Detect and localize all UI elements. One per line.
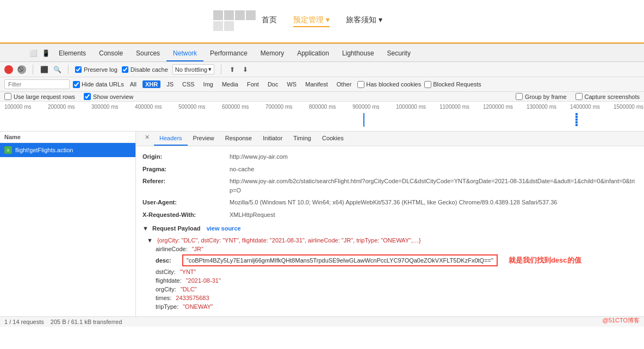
payload-airline-row: airlineCode: "JR" [147,245,633,253]
filter-manifest-btn[interactable]: Manifest [302,80,331,88]
filter-ws-btn[interactable]: WS [284,80,299,88]
options-row: Use large request rows Show overview Gro… [0,92,644,102]
header-value-referer: http://www.joy-air.com/b2c/static/search… [230,177,637,195]
large-rows-checkbox[interactable]: Use large request rows [4,93,75,100]
tab-security[interactable]: Security [381,46,417,61]
request-count: 1 / 14 requests [4,319,44,325]
view-source-link[interactable]: view source [207,225,241,232]
header-name-useragent: User-Agent: [143,198,230,207]
header-row-useragent: User-Agent: Mozilla/5.0 (Windows NT 10.0… [143,196,637,209]
annotation-desc: 就是我们找到desc的值 [509,255,581,265]
filter-all-btn[interactable]: All [127,80,139,88]
timeline-mark-11: 1200000 ms [483,104,527,110]
filter-input[interactable] [4,79,70,89]
tab-memory[interactable]: Memory [254,46,290,61]
filter-xhr-btn[interactable]: XHR [143,80,160,88]
header-value-x-requested: XMLHttpRequest [230,210,275,220]
hide-data-urls-checkbox[interactable]: Hide data URLs [73,81,124,88]
payload-value-orgcity: "DLC" [181,286,197,292]
options-left: Use large request rows Show overview [4,93,133,100]
clear-button[interactable]: ⃠ [17,65,26,74]
filter-font-btn[interactable]: Font [244,80,262,88]
timeline-bar [4,112,640,128]
website-nav: 首页 预定管理 ▾ 旅客须知 ▾ [262,15,382,27]
website-logo [213,10,278,32]
timeline-mark-4: 500000 ms [178,104,222,110]
main-content: Name X flight!getFlights.action ✕ Header… [0,132,644,316]
details-tab-initiator[interactable]: Initiator [257,132,288,146]
show-overview-checkbox[interactable]: Show overview [84,93,133,100]
payload-value-dstcity: "YNT" [180,269,196,275]
payload-key-triptype: tripType: [147,303,178,310]
filter-doc-btn[interactable]: Doc [265,80,281,88]
tab-application[interactable]: Application [290,46,336,61]
payload-key-dstcity: dstCity: [147,269,176,275]
svg-rect-1 [224,10,234,20]
header-value-useragent: Mozilla/5.0 (Windows NT 10.0; Win64; x64… [230,198,557,207]
payload-key-desc: desc: [147,257,171,264]
inspect-icon[interactable]: ⬜ [27,46,40,61]
filter-js-btn[interactable]: JS [164,80,176,88]
svg-rect-0 [213,10,223,20]
header-name-x-requested: X-Requested-With: [143,210,230,220]
blocked-requests-checkbox[interactable]: Blocked Requests [424,81,481,88]
details-tab-bar: ✕ Headers Preview Response Initiator Tim… [136,132,644,146]
svg-rect-5 [224,21,234,31]
tab-console[interactable]: Console [92,46,129,61]
capture-screenshots-checkbox[interactable]: Capture screenshots [575,93,640,100]
nav-passenger[interactable]: 旅客须知 ▾ [346,15,382,27]
payload-times-row: times: 2433575683 [147,294,633,302]
svg-rect-3 [246,10,256,20]
filter-other-btn[interactable]: Other [334,80,355,88]
timeline-mark-13: 1400000 ms [570,104,614,110]
file-list: Name X flight!getFlights.action [0,132,136,316]
payload-root-value: {orgCity: "DLC", dstCity: "YNT", flightd… [157,237,421,244]
tab-lighthouse[interactable]: Lighthouse [336,46,381,61]
throttling-select[interactable]: No throttling ▾ [172,64,214,74]
group-by-frame-checkbox[interactable]: Group by frame [516,93,566,100]
import-icon[interactable]: ⬆ [228,65,237,74]
request-payload-title[interactable]: ▼ Request Payload view source [143,225,637,232]
payload-key-times: times: [147,295,171,301]
payload-value-desc-highlighted: "coBPtm4BZy5Ly7E1arnlj66gmMIfkQHt8Mans5T… [182,254,498,266]
stop-recording-button[interactable] [4,65,13,74]
preserve-log-checkbox[interactable]: Preserve log [75,66,117,73]
payload-triptype-row: tripType: "ONEWAY" [147,302,633,311]
file-list-header: Name [0,132,135,143]
payload-key-airline: airlineCode: [147,246,188,252]
list-item[interactable]: X flight!getFlights.action [0,143,135,157]
details-tab-headers[interactable]: Headers [154,132,188,146]
nav-booking[interactable]: 预定管理 ▾ [293,15,330,27]
tab-sources[interactable]: Sources [129,46,166,61]
filter-bar: Hide data URLs All XHR JS CSS Img Media … [0,77,644,92]
header-value-pragma: no-cache [230,165,254,174]
tab-performance[interactable]: Performance [203,46,254,61]
details-panel: ✕ Headers Preview Response Initiator Tim… [136,132,644,316]
details-tab-preview[interactable]: Preview [188,132,220,146]
transferred-size: 205 B / 61.1 kB transferred [51,319,122,325]
details-tab-response[interactable]: Response [220,132,258,146]
payload-orgcity-row: orgCity: "DLC" [147,285,633,294]
network-toolbar: ⃠ ⬛ 🔍 Preserve log Disable cache No thro… [0,62,644,77]
payload-dstcity-row: dstCity: "YNT" [147,267,633,276]
filter-css-btn[interactable]: CSS [179,80,197,88]
timeline-mark-3: 400000 ms [135,104,178,110]
toolbar-separator-1 [33,65,33,74]
filter-media-btn[interactable]: Media [219,80,241,88]
search-icon[interactable]: 🔍 [53,65,61,74]
timeline-dots [575,113,578,126]
filter-icon[interactable]: ⬛ [40,65,48,74]
payload-expand-icon[interactable]: ▼ [147,237,153,244]
details-tab-cookies[interactable]: Cookies [317,132,349,146]
export-icon[interactable]: ⬇ [241,65,250,74]
tab-network[interactable]: Network [166,46,203,61]
has-blocked-cookies-checkbox[interactable]: Has blocked cookies [357,81,421,88]
details-close-btn[interactable]: ✕ [140,132,154,146]
device-icon[interactable]: 📱 [40,46,52,61]
payload-value-triptype: "ONEWAY" [183,303,213,310]
timeline-mark-6: 700000 ms [265,104,309,110]
filter-img-btn[interactable]: Img [201,80,216,88]
details-tab-timing[interactable]: Timing [288,132,317,146]
disable-cache-checkbox[interactable]: Disable cache [122,66,168,73]
tab-elements[interactable]: Elements [52,46,92,61]
